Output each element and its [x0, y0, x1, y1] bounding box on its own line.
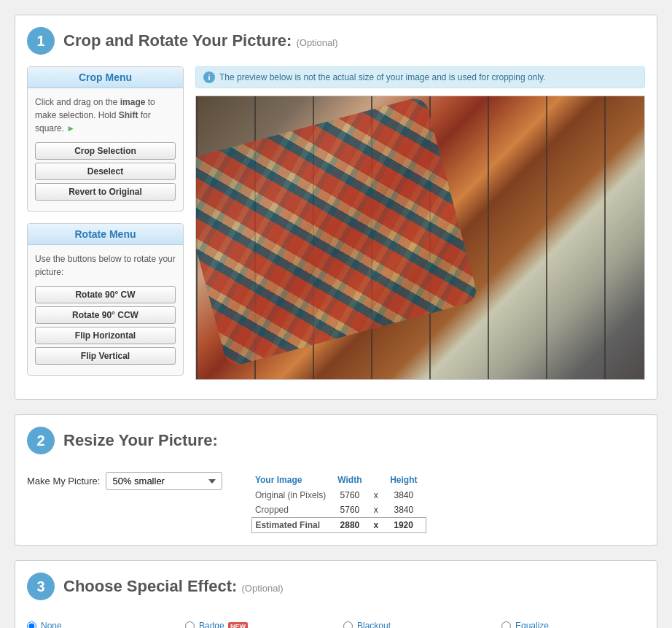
- crop-image-area: i The preview below is not the actual si…: [195, 66, 645, 387]
- rotate-menu-body: Use the buttons below to rotate your pic…: [28, 245, 183, 375]
- table-row-cropped: Cropped 5760 x 3840: [252, 503, 426, 518]
- table-cell-estimated-height: 1920: [387, 518, 426, 533]
- flip-vertical-button[interactable]: Flip Vertical: [35, 347, 176, 365]
- effect-option-badge[interactable]: Badge NEW: [185, 621, 329, 628]
- effect-radio-equalize[interactable]: [501, 621, 511, 629]
- table-cell-original-width: 5760: [335, 488, 370, 503]
- section-1-title: Crop and Rotate Your Picture: (Optional): [63, 31, 338, 50]
- rotate-instruction: Use the buttons below to rotate your pic…: [35, 252, 176, 279]
- preview-image[interactable]: [195, 96, 645, 380]
- table-cell-estimated-x: x: [371, 518, 388, 533]
- crop-menu-body: Click and drag on the image to make sele…: [28, 88, 183, 211]
- section-1-optional: (Optional): [296, 37, 337, 48]
- info-bar: i The preview below is not the actual si…: [195, 66, 645, 88]
- section-1-crop: 1 Crop and Rotate Your Picture: (Optiona…: [15, 15, 657, 400]
- table-header-label: Your Image: [252, 472, 335, 488]
- table-cell-estimated-label: Estimated Final: [252, 518, 335, 533]
- table-cell-estimated-width: 2880: [335, 518, 370, 533]
- new-badge-badge: NEW: [228, 622, 248, 628]
- effects-grid: None Badge NEW Blackout Equalize Frame B…: [27, 612, 645, 628]
- crop-menu-panel: Crop Menu Click and drag on the image to…: [27, 66, 184, 212]
- section-3-header: 3 Choose Special Effect: (Optional): [27, 573, 645, 600]
- section-1-header: 1 Crop and Rotate Your Picture: (Optiona…: [27, 27, 645, 55]
- effect-option-equalize[interactable]: Equalize: [501, 621, 645, 628]
- resize-table: Your Image Width Height Original (in Pix…: [251, 472, 426, 533]
- deselect-button[interactable]: Deselect: [35, 163, 176, 180]
- table-header-x: [371, 472, 388, 488]
- crop-sidebar: Crop Menu Click and drag on the image to…: [27, 66, 184, 387]
- section-2-number: 2: [27, 427, 55, 454]
- section-2-title: Resize Your Picture:: [63, 431, 218, 450]
- table-cell-cropped-x: x: [371, 503, 388, 518]
- table-cell-original-x: x: [371, 488, 388, 503]
- section-3-number: 3: [27, 573, 55, 600]
- crop-container: Crop Menu Click and drag on the image to…: [27, 66, 645, 387]
- table-cell-cropped-height: 3840: [387, 503, 426, 518]
- table-cell-original-height: 3840: [387, 488, 426, 503]
- table-row-original: Original (in Pixels) 5760 x 3840: [252, 488, 426, 503]
- resize-select[interactable]: 50% smaller 25% smaller 10% smaller No r…: [106, 472, 222, 490]
- crop-instruction: Click and drag on the image to make sele…: [35, 96, 176, 135]
- info-icon: i: [203, 71, 215, 83]
- make-my-picture-label: Make My Picture:: [27, 476, 100, 486]
- section-2-resize: 2 Resize Your Picture: Make My Picture: …: [15, 414, 657, 546]
- table-cell-original-label: Original (in Pixels): [252, 488, 335, 503]
- rotate-menu-panel: Rotate Menu Use the buttons below to rot…: [27, 223, 184, 376]
- revert-to-original-button[interactable]: Revert to Original: [35, 183, 176, 201]
- effect-option-blackout[interactable]: Blackout: [343, 621, 487, 628]
- table-header-height: Height: [387, 472, 426, 488]
- crop-selection-button[interactable]: Crop Selection: [35, 142, 176, 160]
- table-row-estimated: Estimated Final 2880 x 1920: [252, 518, 426, 533]
- table-cell-cropped-width: 5760: [335, 503, 370, 518]
- section-2-header: 2 Resize Your Picture:: [27, 427, 645, 454]
- section-3-optional: (Optional): [242, 583, 284, 594]
- effect-radio-blackout[interactable]: [343, 621, 353, 629]
- section-1-number: 1: [27, 27, 55, 55]
- effect-label-equalize: Equalize: [515, 621, 549, 628]
- rotate-cw-button[interactable]: Rotate 90° CW: [35, 286, 176, 303]
- scarf-overlay: [195, 96, 479, 368]
- page-wrapper: 1 Crop and Rotate Your Picture: (Optiona…: [0, 0, 672, 628]
- section-3-title: Choose Special Effect: (Optional): [63, 577, 284, 596]
- effect-radio-badge[interactable]: [185, 621, 195, 629]
- resize-body: Make My Picture: 50% smaller 25% smaller…: [27, 466, 645, 533]
- crop-menu-header: Crop Menu: [28, 67, 183, 88]
- flip-horizontal-button[interactable]: Flip Horizontal: [35, 327, 176, 344]
- rotate-ccw-button[interactable]: Rotate 90° CCW: [35, 306, 176, 324]
- resize-left: Make My Picture: 50% smaller 25% smaller…: [27, 472, 222, 490]
- info-text: The preview below is not the actual size…: [219, 72, 545, 82]
- effect-radio-none[interactable]: [27, 621, 36, 629]
- effect-label-none: None: [41, 621, 62, 628]
- table-cell-cropped-label: Cropped: [252, 503, 335, 518]
- rotate-menu-header: Rotate Menu: [28, 224, 183, 245]
- preview-image-bg: [196, 96, 644, 379]
- effect-option-none[interactable]: None: [27, 621, 171, 628]
- effect-label-blackout: Blackout: [357, 621, 391, 628]
- green-arrow-icon: ►: [66, 123, 75, 133]
- table-header-width: Width: [335, 472, 370, 488]
- effect-label-badge: Badge NEW: [199, 621, 248, 628]
- section-3-effects: 3 Choose Special Effect: (Optional) None…: [15, 560, 657, 628]
